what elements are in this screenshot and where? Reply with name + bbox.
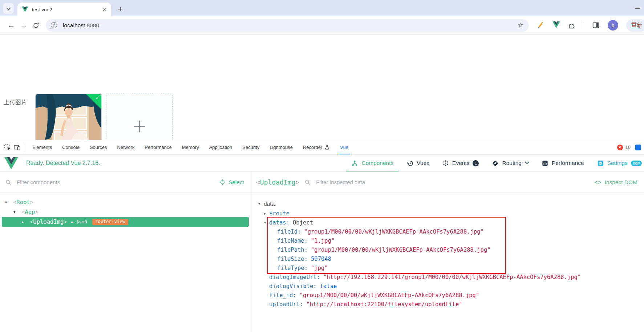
devtools-tab-memory[interactable]: Memory — [177, 140, 204, 154]
filter-inspected-data-input[interactable] — [316, 179, 589, 185]
vue-tab-routing[interactable]: Routing — [492, 155, 528, 171]
component-tag: <App> — [21, 209, 39, 215]
data-value[interactable]: "group1/M00/00/00/wKjljWXKGBCAEFp-AAkcOF… — [304, 228, 484, 235]
triangle-right-icon[interactable]: ▶ — [22, 220, 30, 224]
data-value[interactable]: "jpg" — [311, 265, 328, 271]
devtools-tab-recorder[interactable]: Recorder — [298, 140, 335, 154]
url-text: localhost:8080 — [63, 22, 99, 29]
device-toolbar-icon — [13, 144, 21, 151]
device-toolbar-button[interactable] — [12, 144, 22, 151]
data-key: dialogVisible: — [269, 283, 317, 290]
new-tab-button[interactable]: + — [115, 4, 126, 15]
vuex-history-icon — [406, 160, 413, 167]
vue-tab-components[interactable]: Components — [351, 155, 393, 171]
marker-pen-extension-icon[interactable] — [537, 21, 544, 29]
devtools-tab-application[interactable]: Application — [204, 140, 238, 154]
devtools-tab-elements[interactable]: Elements — [27, 140, 57, 154]
component-tree-item-app[interactable]: ▼<App> — [2, 207, 249, 217]
devtools-tabs: ElementsConsoleSourcesNetworkPerformance… — [27, 140, 353, 154]
tab-close-icon[interactable]: × — [102, 7, 107, 13]
inspect-dom-button[interactable]: <> Inspect DOM — [594, 179, 637, 186]
data-row-fileId: fileId:"group1/M00/00/00/wKjljWXKGBCAEFp… — [251, 227, 644, 236]
profile-avatar[interactable]: b — [608, 20, 618, 31]
devtools-tab-security[interactable]: Security — [237, 140, 264, 154]
issues-icon[interactable] — [635, 145, 641, 150]
reload-button[interactable] — [30, 22, 42, 29]
side-panel-icon[interactable] — [592, 21, 600, 29]
devtools-tab-sources[interactable]: Sources — [85, 140, 112, 154]
browser-tab-strip: test-vue2 × + — [0, 0, 644, 16]
devtools-separator — [24, 143, 24, 151]
devtools-tab-network[interactable]: Network — [112, 140, 140, 154]
triangle-right-icon[interactable]: ▶ — [264, 212, 269, 215]
component-tree-item-uploadimg[interactable]: ▶<UploadImg>= $vm0router-view — [2, 217, 249, 227]
vue-tab-events[interactable]: Events1 — [442, 155, 479, 171]
data-row-fileName: fileName:"1.jpg" — [251, 236, 644, 245]
devtools-status-area: ✕ 10 — [617, 145, 641, 150]
data-section-header[interactable]: ▼ data — [251, 199, 644, 209]
chrome-restart-chip[interactable]: 重新 — [626, 19, 644, 32]
data-key: fileName: — [277, 238, 308, 244]
settings-icon — [597, 160, 604, 167]
data-key: fileType: — [277, 265, 308, 271]
data-row-$route[interactable]: ▶$route — [251, 209, 644, 218]
data-key: fileId: — [277, 228, 301, 235]
vue-tab-settings[interactable]: Settingsnew — [597, 155, 642, 171]
devtools-tab-lighthouse[interactable]: Lighthouse — [264, 140, 298, 154]
vue-tab-performance[interactable]: Performance — [542, 155, 584, 171]
select-component-button[interactable]: Select — [219, 179, 244, 186]
window-minimize-icon[interactable] — [635, 8, 640, 9]
routing-icon — [492, 160, 499, 167]
data-value[interactable]: false — [320, 283, 337, 290]
reload-icon — [32, 22, 40, 29]
data-value[interactable]: "group1/M00/00/00/wKjljWXKGBCAEFp-AAkcOF… — [300, 292, 479, 299]
events-icon — [442, 160, 449, 166]
component-tree-item-root[interactable]: ▼<Root> — [2, 197, 249, 207]
vue-devtools-header: Ready. Detected Vue 2.7.16. ComponentsVu… — [0, 155, 644, 172]
filter-components-input[interactable] — [17, 179, 219, 185]
data-value[interactable]: "1.jpg" — [311, 238, 335, 244]
data-value[interactable]: "http://192.168.229.141/group1/M00/00/00… — [323, 274, 581, 280]
data-row-datas[interactable]: ▼datas:Object — [251, 218, 644, 227]
data-value[interactable]: "http://localhost:22100/filesystem/uploa… — [306, 301, 462, 308]
devtools-tab-performance[interactable]: Performance — [139, 140, 177, 154]
devtools-tab-console[interactable]: Console — [57, 140, 85, 154]
chevron-down-icon — [525, 160, 529, 164]
components-icon — [351, 160, 358, 167]
data-value[interactable]: 597048 — [311, 256, 331, 262]
site-info-icon[interactable]: i — [51, 22, 57, 28]
web-page-content: 上传图片 ✓ — [0, 35, 644, 140]
check-icon: ✓ — [96, 95, 100, 101]
data-row-filePath: filePath:"group1/M00/00/00/wKjljWXKGBCAE… — [251, 245, 644, 254]
inspect-element-button[interactable] — [3, 144, 12, 151]
extensions-puzzle-icon[interactable] — [568, 21, 576, 29]
chevron-down-icon — [6, 5, 11, 10]
upload-form-label: 上传图片 — [4, 99, 27, 106]
address-bar[interactable]: i localhost:8080 ☆ — [46, 19, 529, 32]
vue-panels: Select ▼<Root>▼<App>▶<UploadImg>= $vm0ro… — [0, 172, 644, 332]
bookmark-star-icon[interactable]: ☆ — [518, 21, 524, 29]
data-key: filePath: — [277, 247, 308, 253]
component-tree-panel: Select ▼<Root>▼<App>▶<UploadImg>= $vm0ro… — [0, 172, 251, 332]
component-tree: ▼<Root>▼<App>▶<UploadImg>= $vm0router-vi… — [0, 193, 251, 332]
browser-tab[interactable]: test-vue2 × — [17, 3, 111, 16]
back-button[interactable]: ← — [5, 21, 17, 29]
triangle-down-icon[interactable]: ▼ — [13, 210, 21, 214]
error-icon[interactable]: ✕ — [617, 145, 623, 150]
screenshot-root: { "browser": { "tab": { "title": "test-v… — [0, 0, 644, 332]
error-count[interactable]: 10 — [625, 145, 631, 150]
vue-devtools-extension-icon[interactable] — [552, 21, 560, 29]
vue-tab-vuex[interactable]: Vuex — [406, 155, 429, 171]
component-filter-bar: Select — [0, 172, 251, 193]
triangle-down-icon[interactable]: ▼ — [264, 221, 269, 224]
component-tag: <UploadImg> — [30, 219, 67, 225]
triangle-down-icon[interactable]: ▼ — [5, 201, 13, 204]
forward-button[interactable]: → — [17, 21, 30, 29]
devtools-tab-vue[interactable]: Vue — [335, 140, 353, 154]
devtools-tab-bar: ElementsConsoleSourcesNetworkPerformance… — [0, 140, 644, 155]
data-value[interactable]: "group1/M00/00/00/wKjljWXKGBCAEFp-AAkcOF… — [311, 247, 491, 253]
extension-row: b 重新 — [537, 19, 644, 32]
plus-icon — [134, 121, 145, 132]
tab-search-button[interactable] — [3, 3, 14, 14]
data-value[interactable]: Object — [293, 219, 313, 226]
